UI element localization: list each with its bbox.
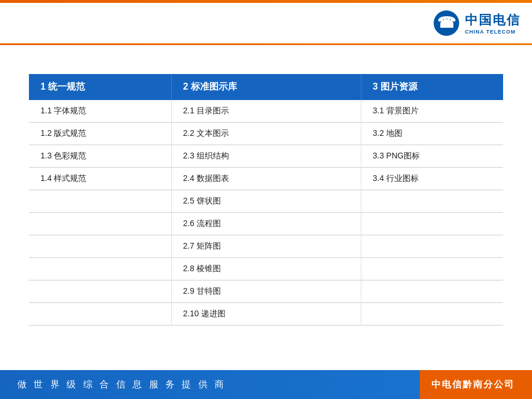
table-row: 1.3 色彩规范2.3 组织结构3.3 PNG图标	[29, 145, 503, 168]
table-cell-5-2	[361, 213, 503, 235]
table-row: 2.8 棱锥图	[29, 258, 503, 280]
table-row: 1.4 样式规范2.4 数据图表3.4 行业图标	[29, 168, 503, 190]
table-cell-4-0	[29, 190, 171, 213]
table-cell-4-2	[361, 190, 503, 213]
table-row: 1.2 版式规范2.2 文本图示3.2 地图	[29, 123, 503, 145]
table-cell-5-1: 2.6 流程图	[171, 213, 361, 235]
table-cell-9-2	[361, 303, 503, 326]
table-cell-9-0	[29, 303, 171, 326]
table-cell-1-2: 3.2 地图	[361, 123, 503, 145]
table-row: 1.1 字体规范2.1 目录图示3.1 背景图片	[29, 100, 503, 123]
table-cell-5-0	[29, 213, 171, 235]
table-cell-1-0: 1.2 版式规范	[29, 123, 171, 145]
logo-area: ☎ 中国电信 CHINA TELECOM	[433, 9, 520, 37]
table-cell-0-0: 1.1 字体规范	[29, 100, 171, 123]
table-cell-8-2	[361, 280, 503, 303]
table-cell-7-2	[361, 258, 503, 280]
footer-slogan: 做 世 界 级 综 合 信 息 服 务 提 供 商	[17, 379, 226, 391]
table-row: 2.9 甘特图	[29, 280, 503, 303]
logo-english-text: CHINA TELECOM	[465, 29, 516, 35]
table-cell-6-1: 2.7 矩阵图	[171, 235, 361, 258]
table-header-row: 1 统一规范 2 标准图示库 3 图片资源	[29, 74, 503, 100]
table-header: 1 统一规范 2 标准图示库 3 图片资源	[29, 74, 503, 100]
table-cell-3-0: 1.4 样式规范	[29, 168, 171, 190]
table-cell-0-2: 3.1 背景图片	[361, 100, 503, 123]
table-cell-6-2	[361, 235, 503, 258]
table-cell-9-1: 2.10 递进图	[171, 303, 361, 326]
table-cell-1-1: 2.2 文本图示	[171, 123, 361, 145]
table-cell-7-1: 2.8 棱锥图	[171, 258, 361, 280]
table-cell-6-0	[29, 235, 171, 258]
table-cell-4-1: 2.5 饼状图	[171, 190, 361, 213]
header: ☎ 中国电信 CHINA TELECOM	[0, 3, 532, 43]
col-header-1: 1 统一规范	[29, 74, 171, 100]
table-body: 1.1 字体规范2.1 目录图示3.1 背景图片1.2 版式规范2.2 文本图示…	[29, 100, 503, 326]
logo-chinese-text: 中国电信	[465, 12, 520, 29]
table-cell-2-1: 2.3 组织结构	[171, 145, 361, 168]
table-row: 2.7 矩阵图	[29, 235, 503, 258]
table-cell-7-0	[29, 258, 171, 280]
toc-table: 1 统一规范 2 标准图示库 3 图片资源 1.1 字体规范2.1 目录图示3.…	[29, 74, 503, 326]
footer-company: 中电信黔南分公司	[420, 370, 532, 399]
table-cell-0-1: 2.1 目录图示	[171, 100, 361, 123]
col-header-2: 2 标准图示库	[171, 74, 361, 100]
col-header-3: 3 图片资源	[361, 74, 503, 100]
table-cell-8-1: 2.9 甘特图	[171, 280, 361, 303]
footer: 做 世 界 级 综 合 信 息 服 务 提 供 商 中电信黔南分公司	[0, 370, 532, 399]
table-row: 2.10 递进图	[29, 303, 503, 326]
table-cell-2-0: 1.3 色彩规范	[29, 145, 171, 168]
china-telecom-logo-icon: ☎	[433, 9, 460, 37]
table-cell-8-0	[29, 280, 171, 303]
svg-text:☎: ☎	[437, 14, 456, 31]
logo-text-block: 中国电信 CHINA TELECOM	[465, 12, 520, 35]
table-cell-3-2: 3.4 行业图标	[361, 168, 503, 190]
table-cell-2-2: 3.3 PNG图标	[361, 145, 503, 168]
table-cell-3-1: 2.4 数据图表	[171, 168, 361, 190]
main-content: 1 统一规范 2 标准图示库 3 图片资源 1.1 字体规范2.1 目录图示3.…	[0, 45, 532, 337]
table-row: 2.6 流程图	[29, 213, 503, 235]
table-row: 2.5 饼状图	[29, 190, 503, 213]
